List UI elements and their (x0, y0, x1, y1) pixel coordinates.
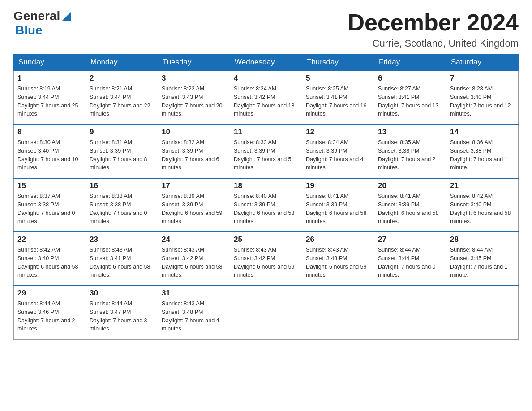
calendar-cell: 6 Sunrise: 8:27 AM Sunset: 3:41 PM Dayli… (374, 71, 446, 124)
calendar-cell: 2 Sunrise: 8:21 AM Sunset: 3:44 PM Dayli… (86, 71, 158, 124)
day-info: Sunrise: 8:41 AM Sunset: 3:39 PM Dayligh… (378, 192, 442, 226)
calendar-cell: 3 Sunrise: 8:22 AM Sunset: 3:43 PM Dayli… (158, 71, 230, 124)
title-section: December 2024 Currie, Scotland, United K… (348, 9, 519, 49)
day-number: 15 (17, 181, 82, 190)
day-number: 20 (378, 181, 442, 190)
day-number: 28 (450, 235, 515, 244)
day-info: Sunrise: 8:36 AM Sunset: 3:38 PM Dayligh… (450, 138, 515, 172)
calendar-cell: 1 Sunrise: 8:19 AM Sunset: 3:44 PM Dayli… (14, 71, 86, 124)
day-number: 7 (450, 74, 515, 83)
day-info: Sunrise: 8:43 AM Sunset: 3:48 PM Dayligh… (162, 300, 226, 333)
calendar-cell: 13 Sunrise: 8:35 AM Sunset: 3:38 PM Dayl… (374, 124, 446, 178)
calendar-cell: 15 Sunrise: 8:37 AM Sunset: 3:38 PM Dayl… (14, 178, 86, 232)
calendar-week-row: 8 Sunrise: 8:30 AM Sunset: 3:40 PM Dayli… (14, 124, 519, 178)
day-number: 6 (378, 74, 442, 83)
day-info: Sunrise: 8:37 AM Sunset: 3:38 PM Dayligh… (17, 192, 82, 226)
logo: General Blue (13, 9, 71, 38)
day-number: 17 (162, 181, 226, 190)
calendar-cell: 21 Sunrise: 8:42 AM Sunset: 3:40 PM Dayl… (446, 178, 519, 232)
day-info: Sunrise: 8:22 AM Sunset: 3:43 PM Dayligh… (162, 85, 226, 118)
calendar-cell: 10 Sunrise: 8:32 AM Sunset: 3:39 PM Dayl… (158, 124, 230, 178)
day-info: Sunrise: 8:43 AM Sunset: 3:41 PM Dayligh… (90, 246, 154, 279)
calendar-cell: 25 Sunrise: 8:43 AM Sunset: 3:42 PM Dayl… (230, 232, 302, 286)
logo-general-text: General (13, 9, 60, 23)
day-info: Sunrise: 8:35 AM Sunset: 3:38 PM Dayligh… (378, 138, 442, 172)
calendar-cell (230, 286, 302, 339)
logo-triangle-icon (61, 10, 71, 21)
calendar-cell: 27 Sunrise: 8:44 AM Sunset: 3:44 PM Dayl… (374, 232, 446, 286)
calendar-cell: 12 Sunrise: 8:34 AM Sunset: 3:39 PM Dayl… (302, 124, 374, 178)
day-info: Sunrise: 8:44 AM Sunset: 3:46 PM Dayligh… (17, 300, 82, 333)
calendar-cell: 19 Sunrise: 8:41 AM Sunset: 3:39 PM Dayl… (302, 178, 374, 232)
day-info: Sunrise: 8:28 AM Sunset: 3:40 PM Dayligh… (450, 85, 515, 118)
day-info: Sunrise: 8:42 AM Sunset: 3:40 PM Dayligh… (450, 192, 515, 226)
calendar-cell (446, 286, 519, 339)
day-number: 31 (162, 289, 226, 298)
day-number: 3 (162, 74, 226, 83)
day-number: 8 (17, 128, 82, 137)
logo-blue-text: Blue (15, 23, 43, 37)
day-info: Sunrise: 8:21 AM Sunset: 3:44 PM Dayligh… (90, 85, 154, 118)
day-number: 29 (17, 289, 82, 298)
calendar-cell: 14 Sunrise: 8:36 AM Sunset: 3:38 PM Dayl… (446, 124, 519, 178)
day-number: 13 (378, 128, 442, 137)
day-info: Sunrise: 8:39 AM Sunset: 3:39 PM Dayligh… (162, 192, 226, 226)
day-info: Sunrise: 8:30 AM Sunset: 3:40 PM Dayligh… (17, 138, 82, 172)
calendar-header-row: SundayMondayTuesdayWednesdayThursdayFrid… (14, 54, 519, 71)
calendar-cell: 26 Sunrise: 8:43 AM Sunset: 3:43 PM Dayl… (302, 232, 374, 286)
day-info: Sunrise: 8:25 AM Sunset: 3:41 PM Dayligh… (306, 85, 370, 118)
header-wednesday: Wednesday (230, 54, 302, 71)
calendar-cell: 7 Sunrise: 8:28 AM Sunset: 3:40 PM Dayli… (446, 71, 519, 124)
day-info: Sunrise: 8:40 AM Sunset: 3:39 PM Dayligh… (234, 192, 298, 226)
calendar-cell: 28 Sunrise: 8:44 AM Sunset: 3:45 PM Dayl… (446, 232, 519, 286)
header-monday: Monday (86, 54, 158, 71)
calendar-cell: 18 Sunrise: 8:40 AM Sunset: 3:39 PM Dayl… (230, 178, 302, 232)
page-header: General Blue December 2024 Currie, Scotl… (13, 9, 519, 49)
calendar-cell: 11 Sunrise: 8:33 AM Sunset: 3:39 PM Dayl… (230, 124, 302, 178)
calendar-cell (374, 286, 446, 339)
calendar-week-row: 22 Sunrise: 8:42 AM Sunset: 3:40 PM Dayl… (14, 232, 519, 286)
calendar-cell: 30 Sunrise: 8:44 AM Sunset: 3:47 PM Dayl… (86, 286, 158, 339)
day-info: Sunrise: 8:34 AM Sunset: 3:39 PM Dayligh… (306, 138, 370, 172)
calendar-cell: 23 Sunrise: 8:43 AM Sunset: 3:41 PM Dayl… (86, 232, 158, 286)
calendar-subtitle: Currie, Scotland, United Kingdom (348, 38, 519, 49)
day-number: 11 (234, 128, 298, 137)
calendar-cell (302, 286, 374, 339)
header-saturday: Saturday (446, 54, 519, 71)
day-info: Sunrise: 8:42 AM Sunset: 3:40 PM Dayligh… (17, 246, 82, 279)
day-info: Sunrise: 8:24 AM Sunset: 3:42 PM Dayligh… (234, 85, 298, 118)
calendar-cell: 8 Sunrise: 8:30 AM Sunset: 3:40 PM Dayli… (14, 124, 86, 178)
day-number: 22 (17, 235, 82, 244)
day-number: 5 (306, 74, 370, 83)
calendar-cell: 5 Sunrise: 8:25 AM Sunset: 3:41 PM Dayli… (302, 71, 374, 124)
day-info: Sunrise: 8:31 AM Sunset: 3:39 PM Dayligh… (90, 138, 154, 172)
calendar-cell: 22 Sunrise: 8:42 AM Sunset: 3:40 PM Dayl… (14, 232, 86, 286)
calendar-cell: 17 Sunrise: 8:39 AM Sunset: 3:39 PM Dayl… (158, 178, 230, 232)
day-number: 25 (234, 235, 298, 244)
day-info: Sunrise: 8:32 AM Sunset: 3:39 PM Dayligh… (162, 138, 226, 172)
calendar-cell: 24 Sunrise: 8:43 AM Sunset: 3:42 PM Dayl… (158, 232, 230, 286)
header-sunday: Sunday (14, 54, 86, 71)
calendar-title: December 2024 (348, 9, 519, 36)
calendar-cell: 16 Sunrise: 8:38 AM Sunset: 3:38 PM Dayl… (86, 178, 158, 232)
day-info: Sunrise: 8:44 AM Sunset: 3:44 PM Dayligh… (378, 246, 442, 279)
day-info: Sunrise: 8:43 AM Sunset: 3:43 PM Dayligh… (306, 246, 370, 279)
day-info: Sunrise: 8:27 AM Sunset: 3:41 PM Dayligh… (378, 85, 442, 118)
calendar-week-row: 29 Sunrise: 8:44 AM Sunset: 3:46 PM Dayl… (14, 286, 519, 339)
day-number: 27 (378, 235, 442, 244)
calendar-table: SundayMondayTuesdayWednesdayThursdayFrid… (13, 54, 519, 340)
day-info: Sunrise: 8:44 AM Sunset: 3:47 PM Dayligh… (90, 300, 154, 333)
day-number: 10 (162, 128, 226, 137)
header-friday: Friday (374, 54, 446, 71)
day-info: Sunrise: 8:38 AM Sunset: 3:38 PM Dayligh… (90, 192, 154, 226)
day-number: 2 (90, 74, 154, 83)
day-number: 1 (17, 74, 82, 83)
calendar-week-row: 15 Sunrise: 8:37 AM Sunset: 3:38 PM Dayl… (14, 178, 519, 232)
day-info: Sunrise: 8:19 AM Sunset: 3:44 PM Dayligh… (17, 85, 82, 118)
header-thursday: Thursday (302, 54, 374, 71)
day-info: Sunrise: 8:33 AM Sunset: 3:39 PM Dayligh… (234, 138, 298, 172)
day-info: Sunrise: 8:44 AM Sunset: 3:45 PM Dayligh… (450, 246, 515, 279)
header-tuesday: Tuesday (158, 54, 230, 71)
day-number: 18 (234, 181, 298, 190)
day-number: 9 (90, 128, 154, 137)
